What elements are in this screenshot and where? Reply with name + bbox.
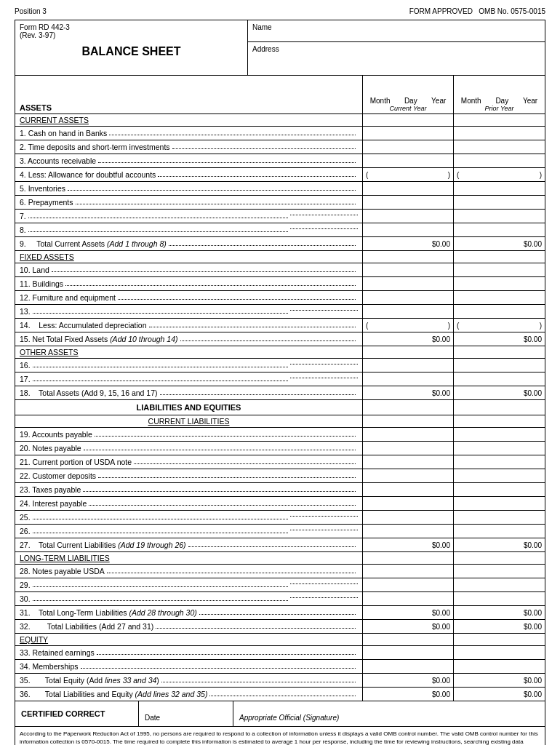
long-term-liabilities-header: LONG-TERM LIABILITIES xyxy=(15,552,545,565)
paperwork-text: According to the Paperwork Reduction Act… xyxy=(20,730,538,745)
table-row: 16. xyxy=(15,359,545,372)
table-row: 26. xyxy=(15,525,545,538)
month-label-cy: Month xyxy=(370,97,391,105)
date-label: Date xyxy=(145,714,160,722)
month-label-py: Month xyxy=(461,97,481,105)
table-row: 33. Retained earnings xyxy=(15,646,545,660)
table-row: 20. Notes payable xyxy=(15,442,545,455)
form-info: Form RD 442-3 (Rev. 3-97) BALANCE SHEET xyxy=(15,20,248,75)
certified-footer: CERTIFIED CORRECT Date Appropriate Offic… xyxy=(15,701,545,726)
equity-header: EQUITY xyxy=(15,634,545,646)
sig-paren: (Signature) xyxy=(303,714,339,722)
liabilities-equities-label: LIABILITIES AND EQUITIES xyxy=(137,403,241,412)
table-row: 6. Prepayments xyxy=(15,196,545,210)
table-row: 5. Inventories xyxy=(15,182,545,196)
table-row: 9. Total Current Assets (Add 1 through 8… xyxy=(15,237,545,251)
equity-label: EQUITY xyxy=(20,635,48,644)
prior-year-header: Month Day Year Prior Year xyxy=(454,76,545,113)
table-row: 31. Total Long-Term Liabilities (Add 28 … xyxy=(15,606,545,620)
table-row: 36. Total Liabilities and Equity (Add li… xyxy=(15,688,545,701)
current-assets-label: CURRENT ASSETS xyxy=(20,116,89,124)
table-row: 10. Land xyxy=(15,263,545,277)
form-rev: (Rev. 3-97) xyxy=(20,31,243,39)
table-row: 25. xyxy=(15,511,545,525)
table-row: 3. Accounts receivable xyxy=(15,154,545,168)
current-liabilities-header: CURRENT LIABILITIES xyxy=(15,415,545,428)
table-row: 22. Customer deposits xyxy=(15,469,545,483)
sig-label: Appropriate Official xyxy=(239,714,301,722)
current-year-sublabel: Current Year xyxy=(390,105,427,112)
table-row: 18. Total Assets (Add 9, 15, 16 and 17) … xyxy=(15,386,545,400)
table-row: 28. Notes payable USDA xyxy=(15,565,545,578)
table-row: 15. Net Total Fixed Assets (Add 10 throu… xyxy=(15,332,545,346)
year-label-py: Year xyxy=(523,97,537,105)
table-row: 7. xyxy=(15,210,545,223)
other-assets-label: OTHER ASSETS xyxy=(20,348,79,356)
table-row: 4. Less: Allowance for doubtful accounts… xyxy=(15,168,545,182)
prior-year-sublabel: Prior Year xyxy=(485,105,514,112)
table-row: 34. Memberships xyxy=(15,660,545,674)
day-label-py: Day xyxy=(495,97,508,105)
assets-header-spacer: ASSETS xyxy=(15,76,363,113)
position-label: Position 3 xyxy=(15,7,47,15)
top-section: Form RD 442-3 (Rev. 3-97) BALANCE SHEET … xyxy=(15,20,545,76)
current-year-header: Month Day Year Current Year xyxy=(363,76,454,113)
form-number: Form RD 442-3 xyxy=(20,23,243,31)
omb-label: OMB No. 0575-0015 xyxy=(479,7,545,15)
table-row: 27. Total Current Liabilities (Add 19 th… xyxy=(15,538,545,552)
table-row: 35. Total Equity (Add lines 33 and 34) $… xyxy=(15,674,545,688)
table-row: 14. Less: Accumulated depreciation () () xyxy=(15,319,545,332)
signature-section[interactable]: Appropriate Official (Signature) xyxy=(233,701,545,726)
table-row: 17. xyxy=(15,372,545,386)
certified-correct-section: CERTIFIED CORRECT xyxy=(15,701,139,726)
certified-correct-label: CERTIFIED CORRECT xyxy=(21,709,105,718)
table-row: 30. xyxy=(15,592,545,606)
address-field[interactable]: Address xyxy=(248,42,545,75)
liabilities-header: LIABILITIES AND EQUITIES xyxy=(15,400,545,415)
current-assets-header: CURRENT ASSETS xyxy=(15,114,545,127)
table-row: 8. xyxy=(15,223,545,237)
day-label-cy: Day xyxy=(404,97,417,105)
main-form: Form RD 442-3 (Rev. 3-97) BALANCE SHEET … xyxy=(15,20,545,745)
table-row: 29. xyxy=(15,578,545,592)
table-row: 24. Interest payable xyxy=(15,497,545,511)
current-liabilities-label: CURRENT LIABILITIES xyxy=(148,417,230,426)
fixed-assets-label: FIXED ASSETS xyxy=(20,252,74,261)
name-address-area: Name Address xyxy=(248,20,545,75)
form-title: BALANCE SHEET xyxy=(20,39,243,61)
table-row: 13. xyxy=(15,305,545,319)
page-header: Position 3 FORM APPROVED OMB No. 0575-00… xyxy=(15,7,545,15)
long-term-liabilities-label: LONG-TERM LIABILITIES xyxy=(20,554,110,562)
name-label: Name xyxy=(252,23,272,31)
table-row: 12. Furniture and equipment xyxy=(15,291,545,305)
paperwork-notice: According to the Paperwork Reduction Act… xyxy=(15,726,545,745)
table-row: 1. Cash on hand in Banks xyxy=(15,127,545,140)
other-assets-header: OTHER ASSETS xyxy=(15,346,545,359)
address-label: Address xyxy=(252,45,279,53)
name-field[interactable]: Name xyxy=(248,20,545,42)
table-row: 11. Buildings xyxy=(15,277,545,291)
table-row: 32. Total Liabilities (Add 27 and 31) $0… xyxy=(15,620,545,634)
fixed-assets-header: FIXED ASSETS xyxy=(15,251,545,263)
table-row: 2. Time deposits and short-term investme… xyxy=(15,140,545,154)
table-row: 23. Taxes payable xyxy=(15,483,545,497)
year-label-cy: Year xyxy=(431,97,446,105)
form-approved-label: FORM APPROVED xyxy=(409,7,473,15)
assets-section-label: ASSETS xyxy=(20,103,52,112)
table-row: 21. Current portion of USDA note xyxy=(15,455,545,469)
column-headers-row: ASSETS Month Day Year Current Year Month… xyxy=(15,76,545,114)
table-row: 19. Accounts payable xyxy=(15,428,545,442)
date-section[interactable]: Date xyxy=(139,701,233,726)
